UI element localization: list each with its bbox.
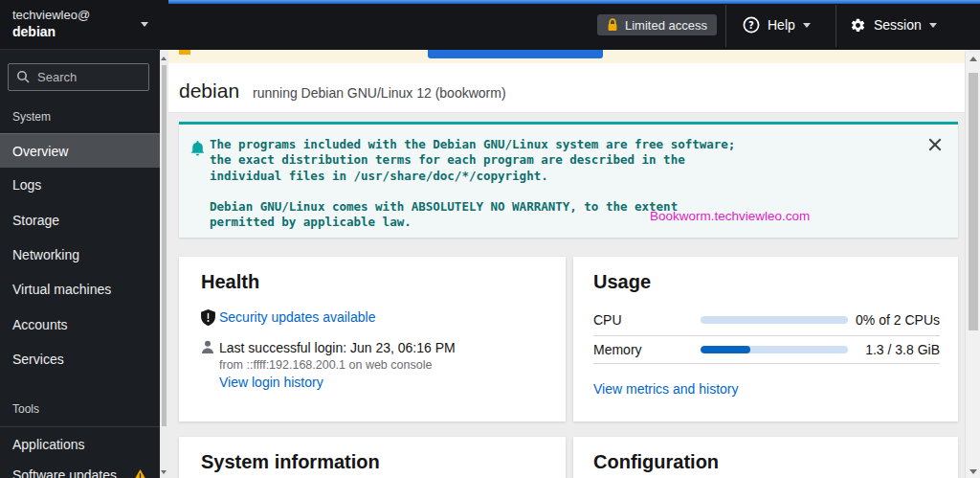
sidebar-item-software-updates[interactable]: Software updates — [0, 458, 160, 478]
cpu-progress-bar — [701, 316, 848, 324]
content-scrollbar[interactable] — [965, 53, 980, 478]
warning-icon-fragment — [179, 50, 190, 55]
sidebar-item-label: Accounts — [12, 317, 68, 332]
user-icon — [201, 340, 214, 353]
cpu-value: 0% of 2 CPUs — [848, 312, 940, 328]
bell-icon — [189, 140, 206, 157]
sidebar-item-label: Software updates — [12, 467, 117, 478]
partial-primary-button[interactable] — [428, 50, 603, 58]
limited-access-label: Limited access — [625, 18, 707, 33]
host-switcher[interactable]: techviewleo@ debian — [0, 0, 160, 50]
sidebar-item-label: Applications — [12, 437, 85, 452]
os-release-text: running Debian GNU/Linux 12 (bookworm) — [253, 85, 506, 101]
scroll-up-icon[interactable] — [969, 57, 977, 61]
limited-access-badge[interactable]: Limited access — [597, 14, 717, 35]
scroll-down-icon[interactable] — [969, 469, 977, 474]
scrollbar-thumb[interactable] — [162, 65, 167, 426]
cpu-usage-row: CPU 0% of 2 CPUs — [593, 305, 940, 336]
usage-card-title: Usage — [593, 271, 651, 293]
close-icon[interactable] — [927, 137, 943, 152]
sidebar-item-label: Storage — [12, 213, 59, 228]
sidebar-item-label: Logs — [12, 177, 41, 193]
gear-icon — [850, 17, 866, 34]
sidebar-item-services[interactable]: Services — [0, 342, 160, 376]
brand-host: debian — [12, 24, 56, 39]
memory-label: Memory — [593, 342, 701, 357]
chevron-down-icon — [803, 23, 811, 28]
scroll-down-icon[interactable] — [161, 470, 167, 474]
masthead-divider — [725, 5, 726, 47]
session-label: Session — [874, 17, 922, 33]
sidebar-item-virtual-machines[interactable]: Virtual machines — [0, 272, 160, 307]
nav-section-system: System — [12, 110, 51, 124]
sidebar-item-applications[interactable]: Applications — [0, 426, 160, 461]
sidebar-item-label: Virtual machines — [12, 282, 111, 297]
usage-card: Usage CPU 0% of 2 CPUs Memory 1.3 / 3.8 … — [573, 257, 958, 421]
sidebar: System Overview Logs Storage Networking … — [0, 50, 160, 478]
health-card: Health Security updates available Last s… — [179, 257, 566, 421]
cpu-label: CPU — [593, 312, 701, 328]
system-information-title: System information — [201, 451, 380, 473]
health-card-title: Health — [201, 271, 259, 293]
system-information-card: System information — [179, 437, 566, 478]
configuration-card: Configuration — [573, 437, 958, 478]
search-icon — [16, 70, 30, 83]
lock-icon — [607, 18, 618, 32]
motd-alert: The programs included with the Debian GN… — [179, 122, 958, 238]
scrollbar-thumb[interactable] — [969, 73, 978, 330]
memory-value: 1.3 / 3.8 GiB — [848, 342, 940, 357]
help-menu-button[interactable]: ? Help — [743, 13, 811, 36]
sidebar-item-label: Networking — [12, 247, 79, 262]
chevron-down-icon — [929, 23, 937, 28]
sidebar-scrollbar[interactable] — [160, 53, 168, 478]
login-detail-text: from ::ffff:192.168.200.1 on web console — [219, 358, 432, 372]
last-login-text: Last successful login: Jun 23, 06:16 PM — [219, 340, 456, 355]
sidebar-item-label: Services — [12, 352, 64, 367]
sidebar-item-storage[interactable]: Storage — [0, 203, 160, 238]
sidebar-item-logs[interactable]: Logs — [0, 168, 160, 202]
sidebar-item-networking[interactable]: Networking — [0, 238, 160, 272]
chevron-down-icon — [141, 22, 148, 27]
sidebar-item-accounts[interactable]: Accounts — [0, 307, 160, 342]
svg-text:?: ? — [748, 20, 754, 31]
view-login-history-link[interactable]: View login history — [219, 375, 323, 390]
watermark-text: Bookworm.techviewleo.com — [650, 209, 810, 223]
nav-section-tools: Tools — [12, 402, 39, 416]
brand-user: techviewleo@ — [12, 8, 90, 22]
memory-progress-bar — [701, 346, 848, 353]
masthead-divider — [835, 5, 836, 47]
help-icon: ? — [743, 16, 760, 34]
security-updates-link[interactable]: Security updates available — [219, 309, 375, 325]
help-label: Help — [768, 17, 795, 33]
memory-progress-fill — [701, 346, 750, 353]
accent-top-bar — [168, 0, 980, 4]
session-menu-button[interactable]: Session — [850, 13, 937, 36]
sidebar-search — [8, 63, 149, 91]
cockpit-overview-page: techviewleo@ debian Limited access ? Hel… — [0, 0, 980, 478]
configuration-title: Configuration — [593, 451, 719, 473]
masthead: techviewleo@ debian Limited access ? Hel… — [0, 0, 980, 50]
view-metrics-link[interactable]: View metrics and history — [593, 381, 738, 397]
sidebar-item-overview[interactable]: Overview — [0, 133, 160, 168]
warning-icon — [133, 469, 147, 478]
scroll-up-icon[interactable] — [161, 57, 167, 60]
memory-usage-row: Memory 1.3 / 3.8 GiB — [593, 336, 940, 364]
shield-icon — [201, 309, 215, 326]
sidebar-item-label: Overview — [12, 144, 68, 159]
page-title: debian — [179, 80, 239, 102]
